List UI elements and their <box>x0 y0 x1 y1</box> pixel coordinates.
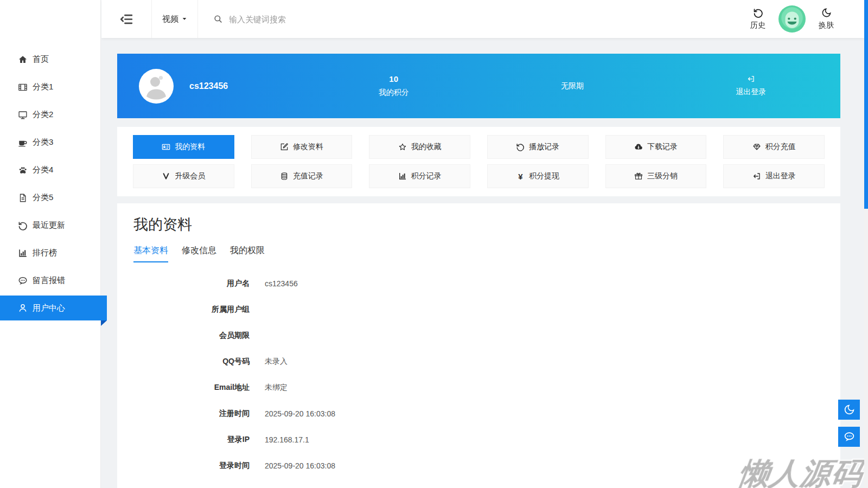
user-banner: cs123456 10 我的积分 无限期 退出登录 <box>117 54 840 118</box>
quick-action-button[interactable]: 三级分销 <box>605 164 707 188</box>
page-title: 我的资料 <box>133 215 824 234</box>
sidebar-item[interactable]: 分类4 <box>0 156 100 184</box>
quick-action-button[interactable]: 积分充值 <box>723 135 825 159</box>
profile-field-value: 192.168.17.1 <box>265 435 309 444</box>
sidebar-item[interactable]: 排行榜 <box>0 239 100 267</box>
quick-action-button[interactable]: 我的收藏 <box>369 135 470 159</box>
floating-button-icon <box>844 431 855 442</box>
quick-action-button[interactable]: ¥ 积分提现 <box>487 164 589 188</box>
quick-action-label: 充值记录 <box>293 171 323 181</box>
sidebar-item[interactable]: 分类2 <box>0 101 100 129</box>
main-content: cs123456 10 我的积分 无限期 退出登录 我的资料 修改资料 <box>117 54 840 488</box>
sidebar-item-icon <box>18 221 28 230</box>
profile-tab[interactable]: 修改信息 <box>182 245 216 262</box>
profile-field-label: 注册时间 <box>133 409 250 419</box>
quick-action-icon <box>162 143 170 151</box>
banner-logout-button[interactable]: 退出登录 <box>662 75 840 97</box>
quick-action-button[interactable]: 升级会员 <box>133 164 234 188</box>
profile-field-value: 未绑定 <box>265 383 288 393</box>
profile-field-value: cs123456 <box>265 279 298 288</box>
banner-username: cs123456 <box>189 81 228 91</box>
quick-action-label: 我的收藏 <box>411 142 442 152</box>
scrollbar-track <box>864 0 868 488</box>
search-box <box>198 14 750 24</box>
quick-action-label: 我的资料 <box>175 142 205 152</box>
history-button[interactable]: 历史 <box>750 8 765 30</box>
sidebar-item[interactable]: 分类3 <box>0 129 100 156</box>
profile-field-value: 2025-09-20 16:03:08 <box>265 409 335 418</box>
scrollbar-thumb[interactable] <box>864 0 868 209</box>
logout-icon <box>747 75 755 83</box>
quick-action-button[interactable]: 修改资料 <box>251 135 353 159</box>
profile-field-row: 登录时间 2025-09-20 16:03:08 <box>133 453 824 479</box>
floating-button[interactable] <box>838 427 860 447</box>
sidebar-item-label: 分类2 <box>33 110 53 120</box>
profile-tab[interactable]: 我的权限 <box>230 245 265 262</box>
profile-field-value: 未录入 <box>265 357 288 367</box>
profile-fields: 用户名 cs123456 所属用户组 会员期限 QQ号码 未录入 Email地址… <box>133 271 824 479</box>
quick-action-label: 播放记录 <box>529 142 559 152</box>
quick-actions-card: 我的资料 修改资料 我的收藏 播放记录 下载记录 积分充值 <box>117 127 840 196</box>
membership-term-block: 无限期 <box>483 81 661 91</box>
quick-action-label: 三级分销 <box>647 171 678 181</box>
sidebar-item-icon <box>18 165 28 175</box>
quick-action-button[interactable]: 我的资料 <box>133 135 234 159</box>
menu-toggle-icon <box>120 12 133 26</box>
caret-down-icon <box>182 16 187 22</box>
sidebar-item-icon <box>18 55 28 65</box>
sidebar-item-label: 分类4 <box>33 165 53 175</box>
quick-action-icon: ¥ <box>516 172 525 181</box>
floating-button[interactable] <box>838 400 860 420</box>
banner-logout-label: 退出登录 <box>736 87 766 97</box>
skin-switch-label: 换肤 <box>819 21 834 30</box>
profile-field-label: Email地址 <box>133 383 250 393</box>
quick-action-icon <box>752 172 761 181</box>
quick-action-icon <box>516 143 525 151</box>
sidebar-item-label: 排行榜 <box>33 248 57 258</box>
history-label: 历史 <box>750 21 765 30</box>
profile-tab[interactable]: 基本资料 <box>133 245 168 262</box>
profile-tab-label: 修改信息 <box>182 246 216 255</box>
quick-action-icon <box>634 172 643 181</box>
floating-button-icon <box>844 404 855 415</box>
quick-action-icon <box>398 143 407 151</box>
quick-action-button[interactable]: 充值记录 <box>251 164 353 188</box>
skin-switch-button[interactable]: 换肤 <box>819 8 834 30</box>
quick-actions-grid: 我的资料 修改资料 我的收藏 播放记录 下载记录 积分充值 <box>133 135 825 188</box>
profile-tab-label: 基本资料 <box>133 246 168 255</box>
sidebar-item[interactable]: 最近更新 <box>0 211 100 239</box>
profile-field-label: 所属用户组 <box>133 305 250 314</box>
membership-term: 无限期 <box>561 81 584 91</box>
quick-action-button[interactable]: 退出登录 <box>723 164 825 188</box>
sidebar-item-icon <box>18 303 28 313</box>
quick-action-label: 下载记录 <box>647 142 678 152</box>
quick-action-icon <box>162 172 170 181</box>
moon-icon <box>821 8 832 18</box>
points-value: 10 <box>389 74 398 84</box>
profile-field-value: 2025-09-20 16:03:08 <box>265 461 335 470</box>
sidebar-item[interactable]: 用户中心 <box>0 296 107 320</box>
quick-action-label: 修改资料 <box>293 142 323 152</box>
channel-dropdown-label: 视频 <box>162 14 178 24</box>
channel-dropdown[interactable]: 视频 <box>152 0 198 38</box>
profile-field-row: Email地址 未绑定 <box>133 375 824 401</box>
sidebar-item[interactable]: 留言报错 <box>0 267 100 294</box>
search-input[interactable] <box>229 15 392 24</box>
profile-field-label: 登录时间 <box>133 461 250 471</box>
quick-action-icon <box>280 172 289 181</box>
sidebar-toggle-button[interactable] <box>101 0 152 38</box>
profile-field-label: 会员期限 <box>133 331 250 341</box>
sidebar-item-label: 留言报错 <box>33 275 65 286</box>
quick-action-button[interactable]: 积分记录 <box>369 164 470 188</box>
sidebar-item[interactable]: 分类1 <box>0 73 100 101</box>
user-avatar[interactable] <box>778 5 806 33</box>
sidebar-item[interactable]: 分类5 <box>0 184 100 211</box>
quick-action-button[interactable]: 下载记录 <box>605 135 707 159</box>
profile-field-row: 注册时间 2025-09-20 16:03:08 <box>133 401 824 427</box>
quick-action-label: 积分提现 <box>529 171 559 181</box>
profile-tab-label: 我的权限 <box>230 246 265 255</box>
quick-action-label: 积分记录 <box>411 171 442 181</box>
quick-action-button[interactable]: 播放记录 <box>487 135 589 159</box>
banner-avatar <box>139 69 174 104</box>
sidebar-item[interactable]: 首页 <box>0 46 100 73</box>
